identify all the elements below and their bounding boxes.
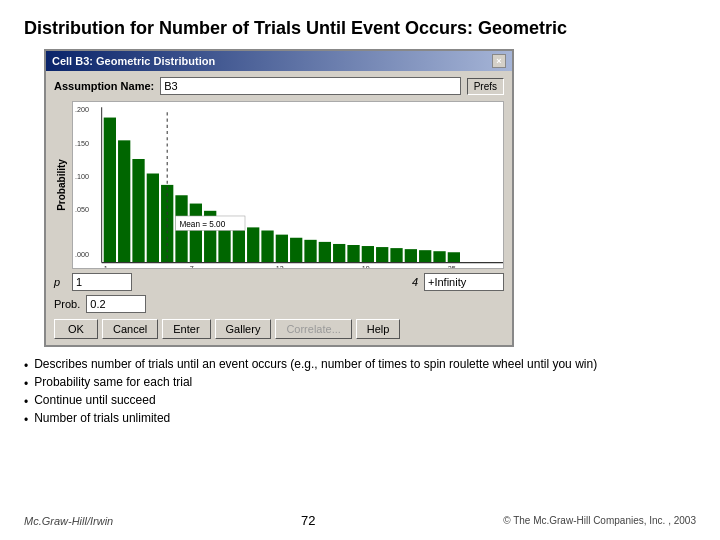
- ok-button[interactable]: OK: [54, 319, 98, 339]
- close-button[interactable]: ×: [492, 54, 506, 68]
- bullet-dot-4: •: [24, 413, 28, 427]
- enter-button[interactable]: Enter: [162, 319, 210, 339]
- bullet-text-1: Describes number of trials until an even…: [34, 357, 597, 371]
- svg-rect-29: [448, 252, 460, 262]
- infinity-input[interactable]: +Infinity: [424, 273, 504, 291]
- assumption-label: Assumption Name:: [54, 80, 154, 92]
- chart-container: Probability .200 .150 .100 .050 .000: [54, 101, 504, 269]
- y-axis-label: Probability: [54, 101, 68, 269]
- svg-text:19: 19: [362, 264, 370, 268]
- footer-left: Mc.Graw-Hill/Irwin: [24, 515, 113, 527]
- svg-text:Mean = 5.00: Mean = 5.00: [179, 220, 225, 229]
- bullet-dot-1: •: [24, 359, 28, 373]
- svg-rect-21: [333, 244, 345, 263]
- bullet-item-2: • Probability same for each trial: [24, 375, 696, 391]
- gallery-button[interactable]: Gallery: [215, 319, 272, 339]
- param1-input[interactable]: [72, 273, 132, 291]
- svg-text:.150: .150: [75, 138, 89, 147]
- svg-text:7: 7: [190, 264, 194, 268]
- svg-rect-23: [362, 246, 374, 263]
- bullets-section: • Describes number of trials until an ev…: [24, 357, 696, 429]
- page-title: Distribution for Number of Trials Until …: [24, 18, 696, 39]
- svg-rect-25: [390, 248, 402, 263]
- svg-text:.200: .200: [75, 105, 89, 114]
- svg-rect-7: [132, 159, 144, 263]
- svg-rect-24: [376, 247, 388, 263]
- footer-right: © The Mc.Graw-Hill Companies, Inc. , 200…: [503, 515, 696, 526]
- svg-rect-11: [190, 204, 202, 263]
- chart-area: .200 .150 .100 .050 .000: [72, 101, 504, 269]
- svg-rect-22: [347, 245, 359, 263]
- cancel-button[interactable]: Cancel: [102, 319, 158, 339]
- footer-center: 72: [301, 513, 315, 528]
- svg-rect-18: [290, 238, 302, 263]
- dialog-body: Assumption Name: Prefs Probability .200 …: [46, 71, 512, 345]
- prefs-button[interactable]: Prefs: [467, 78, 504, 95]
- svg-rect-27: [419, 250, 431, 262]
- svg-text:1: 1: [104, 264, 108, 268]
- footer: Mc.Graw-Hill/Irwin 72 © The Mc.Graw-Hill…: [24, 505, 696, 528]
- prob-label: Prob.: [54, 298, 80, 310]
- prob-input[interactable]: [86, 295, 146, 313]
- svg-text:25: 25: [448, 264, 456, 268]
- svg-rect-17: [276, 235, 288, 263]
- button-row: OK Cancel Enter Gallery Correlate... Hel…: [54, 319, 504, 339]
- page: Distribution for Number of Trials Until …: [0, 0, 720, 540]
- bullet-text-2: Probability same for each trial: [34, 375, 192, 389]
- infinity-value: +Infinity: [428, 276, 466, 288]
- svg-text:.000: .000: [75, 250, 89, 259]
- dialog-titlebar: Cell B3: Geometric Distribution ×: [46, 51, 512, 71]
- bullet-dot-2: •: [24, 377, 28, 391]
- bullet-item-1: • Describes number of trials until an ev…: [24, 357, 696, 373]
- bullet-text-4: Number of trials unlimited: [34, 411, 170, 425]
- svg-rect-15: [247, 227, 259, 262]
- bullet-text-3: Continue until succeed: [34, 393, 155, 407]
- svg-rect-8: [147, 173, 159, 262]
- bullet-item-4: • Number of trials unlimited: [24, 411, 696, 427]
- svg-text:.050: .050: [75, 205, 89, 214]
- param1-row: p 4 +Infinity: [54, 273, 504, 291]
- bullet-dot-3: •: [24, 395, 28, 409]
- param1-symbol: p: [54, 276, 66, 288]
- svg-rect-19: [304, 240, 316, 263]
- svg-rect-6: [118, 140, 130, 262]
- svg-rect-28: [433, 251, 445, 262]
- bullet-item-3: • Continue until succeed: [24, 393, 696, 409]
- dialog-window: Cell B3: Geometric Distribution × Assump…: [44, 49, 514, 347]
- svg-rect-26: [405, 249, 417, 262]
- svg-rect-5: [104, 118, 116, 263]
- assumption-row: Assumption Name: Prefs: [54, 77, 504, 95]
- dialog-title: Cell B3: Geometric Distribution: [52, 55, 215, 67]
- svg-rect-20: [319, 242, 331, 263]
- assumption-input[interactable]: [160, 77, 460, 95]
- svg-text:.100: .100: [75, 172, 89, 181]
- svg-rect-16: [261, 230, 273, 262]
- svg-text:13: 13: [276, 264, 284, 268]
- chart-svg: .200 .150 .100 .050 .000: [73, 102, 503, 268]
- param2-symbol: 4: [406, 276, 418, 288]
- help-button[interactable]: Help: [356, 319, 401, 339]
- prob-row: Prob.: [54, 295, 504, 313]
- correlate-button[interactable]: Correlate...: [275, 319, 351, 339]
